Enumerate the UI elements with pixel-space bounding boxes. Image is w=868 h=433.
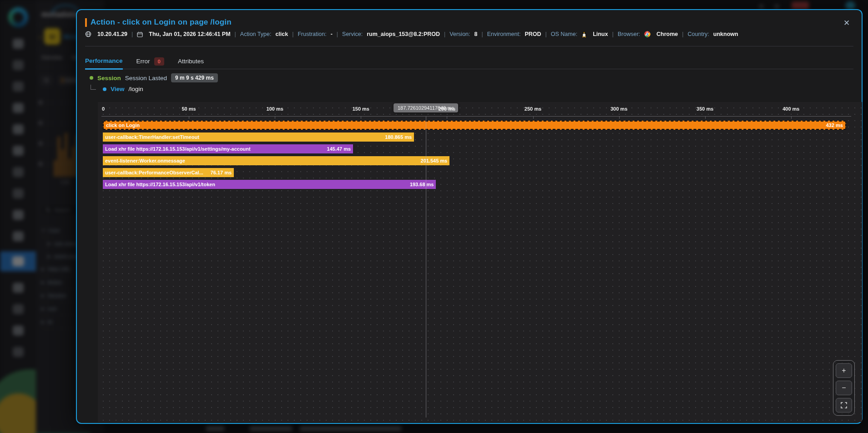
axis-tick-label: 300 ms — [611, 106, 627, 112]
meta-value: - — [331, 31, 333, 37]
meta-value: 8 — [474, 31, 478, 37]
meta-row: 10.20.41.29 | Thu, Jan 01, 2026 12:46:41… — [85, 31, 738, 37]
meta-label: Action Type: — [240, 31, 272, 37]
crosshair-line — [426, 116, 426, 418]
axis-tick-label: 50 ms — [182, 106, 196, 112]
meta-label: Environment: — [487, 31, 521, 37]
meta-ip: 10.20.41.29 — [97, 31, 127, 37]
waterfall-bar-settimeout[interactable]: user-callback:TimerHandler:setTimeout180… — [103, 132, 414, 142]
fullscreen-button[interactable] — [836, 398, 852, 413]
meta-label: Service: — [342, 31, 363, 37]
close-icon[interactable]: ✕ — [842, 18, 852, 28]
meta-value: Linux — [593, 31, 608, 37]
waterfall-rows: click on Login432 ms user-callback:Timer… — [103, 121, 862, 192]
globe-icon — [85, 31, 91, 37]
view-row: View /login — [91, 86, 143, 92]
meta-label: Version: — [449, 31, 470, 37]
meta-label: Frustration: — [298, 31, 326, 37]
zoom-controls: + − — [833, 360, 855, 416]
meta-value: Chrome — [656, 31, 678, 37]
view-path: /login — [129, 86, 143, 92]
meta-datetime: Thu, Jan 01, 2026 12:46:41 PM — [149, 31, 230, 37]
tab-error[interactable]: Error0 — [136, 54, 164, 69]
axis-tick-label: 400 ms — [782, 106, 799, 112]
ruler-line — [101, 116, 851, 117]
session-label: Session — [97, 75, 121, 82]
session-dot-icon — [90, 76, 93, 80]
zoom-out-button[interactable]: − — [836, 381, 852, 395]
zoom-in-button[interactable]: + — [836, 363, 852, 378]
session-lasted-label: Session Lasted — [125, 75, 167, 82]
waterfall-bar-xhr-token[interactable]: Load xhr file https://172.16.15.153/api/… — [103, 180, 436, 189]
waterfall-chart[interactable]: click on Login432 ms user-callback:Timer… — [98, 102, 862, 422]
view-label[interactable]: View — [111, 86, 125, 92]
calendar-icon — [137, 31, 143, 37]
view-dot-icon — [103, 87, 106, 91]
modal-tabs: Performance Error0 Attributes — [85, 54, 853, 69]
session-duration-badge: 9 m 9 s 429 ms — [171, 73, 218, 82]
meta-value: PROD — [525, 31, 541, 37]
action-detail-modal: Action - click on Login on page /login ✕… — [76, 9, 863, 424]
axis-tick-label: 350 ms — [696, 106, 713, 112]
meta-value: click — [275, 31, 288, 37]
modal-title: Action - click on Login on page /login — [91, 18, 232, 27]
waterfall-bar-worker-onmessage[interactable]: event-listener:Worker.onmessage201.545 m… — [103, 156, 449, 165]
linux-penguin-icon — [581, 31, 587, 37]
meta-value: rum_aiops_153@8.2:PROD — [367, 31, 440, 37]
axis-tick-label: 200 ms — [439, 106, 455, 112]
error-count-badge: 0 — [154, 57, 164, 66]
waterfall-bar-xhr-my-account[interactable]: Load xhr file https://172.16.15.153/api/… — [103, 144, 353, 153]
axis-tick-label: 100 ms — [267, 106, 283, 112]
meta-label: Country: — [688, 31, 709, 37]
axis-tick-label: 0 — [102, 106, 105, 112]
meta-label: Browser: — [618, 31, 640, 37]
meta-value: unknown — [713, 31, 738, 37]
title-accent-bar — [85, 18, 87, 27]
waterfall-bar-click-on-login[interactable]: click on Login432 ms — [103, 121, 846, 130]
chrome-icon — [644, 31, 651, 37]
meta-label: OS Name: — [551, 31, 577, 37]
tree-connector — [91, 85, 96, 90]
session-row: Session Session Lasted 9 m 9 s 429 ms — [90, 73, 218, 82]
waterfall-bar-performance-observer[interactable]: user-callback:PerformanceObserverCal...7… — [103, 168, 234, 177]
axis-tick-label: 250 ms — [525, 106, 541, 112]
axis-tick-label: 150 ms — [353, 106, 369, 112]
fullscreen-icon — [841, 402, 847, 408]
tab-performance[interactable]: Performance — [85, 53, 123, 70]
tab-attributes[interactable]: Attributes — [178, 54, 204, 69]
header-divider — [85, 46, 853, 46]
